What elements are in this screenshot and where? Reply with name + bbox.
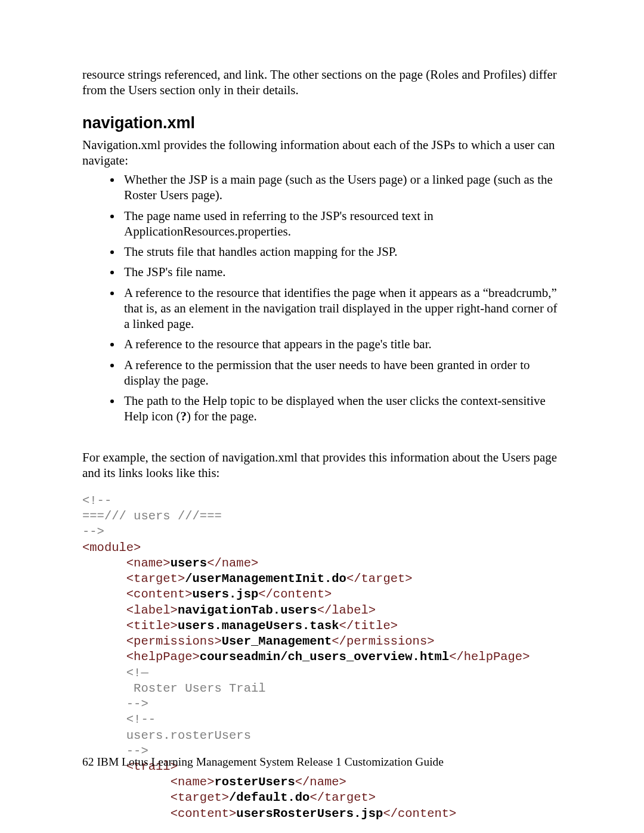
code-comment: Roster Users Trail (126, 682, 266, 695)
code-tag: <target> (171, 791, 229, 804)
code-comment: <!-- (126, 713, 156, 726)
code-value: users.manageUsers.task (178, 619, 339, 633)
code-value: User_Management (222, 634, 332, 648)
document-page: resource strings referenced, and link. T… (0, 0, 644, 833)
code-tag: </content> (258, 587, 332, 601)
code-tag: </target> (346, 572, 413, 586)
page-footer: 62 IBM Lotus Learning Management System … (82, 755, 444, 769)
code-value: usersRosterUsers.jsp (236, 807, 383, 820)
code-value: /default.do (229, 791, 309, 804)
code-indent (82, 729, 126, 742)
code-tag: <module> (82, 541, 141, 555)
list-item: The struts file that handles action mapp… (122, 244, 562, 259)
code-value: users.jsp (193, 587, 259, 601)
code-tag: </label> (317, 603, 376, 617)
list-item: Whether the JSP is a main page (such as … (122, 172, 562, 203)
code-tag: </content> (383, 807, 456, 820)
code-indent (82, 619, 126, 633)
code-indent (82, 634, 126, 648)
code-tag: </helpPage> (449, 650, 530, 664)
code-tag: <name> (171, 775, 215, 789)
code-tag: <content> (126, 587, 193, 601)
code-indent (82, 650, 126, 664)
intro-paragraph: resource strings referenced, and link. T… (82, 67, 562, 98)
code-indent (82, 682, 126, 695)
code-indent (82, 666, 126, 680)
code-comment: --> (82, 525, 104, 538)
code-comment: --> (126, 697, 148, 711)
code-indent (82, 775, 171, 789)
nav-lead-paragraph: Navigation.xml provides the following in… (82, 137, 562, 169)
code-indent (82, 791, 171, 804)
code-tag: </target> (309, 791, 376, 804)
help-icon-glyph: ? (180, 409, 187, 423)
code-comment: users.rosterUsers (126, 729, 251, 742)
code-indent (82, 807, 171, 820)
list-item: A reference to the permission that the u… (122, 357, 562, 389)
code-tag: </name> (207, 556, 258, 570)
list-item: The page name used in referring to the J… (122, 208, 562, 240)
code-value: users (171, 556, 208, 570)
code-indent (82, 713, 126, 726)
code-value: /userManagementInit.do (185, 572, 346, 586)
code-tag: </name> (295, 775, 346, 789)
code-indent (82, 603, 126, 617)
list-item: A reference to the resource that identif… (122, 285, 562, 332)
code-tag: <content> (171, 807, 237, 820)
page-number: 62 (82, 755, 94, 768)
code-value: rosterUsers (214, 775, 295, 789)
code-tag: <permissions> (126, 634, 222, 648)
code-tag: <label> (126, 603, 178, 617)
code-indent (82, 697, 126, 711)
code-tag: </title> (339, 619, 398, 633)
code-block: <!-- ===/// users ///=== --> <module> <n… (82, 493, 562, 822)
code-value: courseadmin/ch_users_overview.html (200, 650, 449, 664)
code-tag: <helpPage> (126, 650, 200, 664)
code-comment: <!— (126, 666, 148, 680)
example-lead-paragraph: For example, the section of navigation.x… (82, 450, 562, 481)
list-item-text-b: ) for the page. (187, 409, 257, 423)
code-indent (82, 587, 126, 601)
code-tag: <target> (126, 572, 185, 586)
footer-text: IBM Lotus Learning Management System Rel… (97, 755, 444, 768)
section-heading: navigation.xml (82, 114, 562, 132)
code-indent (82, 556, 126, 570)
list-item: A reference to the resource that appears… (122, 336, 562, 352)
code-tag: </permissions> (332, 634, 434, 648)
code-value: navigationTab.users (178, 603, 317, 617)
code-tag: <name> (126, 556, 171, 570)
list-item: The path to the Help topic to be display… (122, 393, 562, 425)
code-tag: <title> (126, 619, 178, 633)
code-comment: <!-- (82, 494, 112, 507)
list-item: The JSP's file name. (122, 264, 562, 280)
code-comment: ===/// users ///=== (82, 509, 222, 523)
bullet-list: Whether the JSP is a main page (such as … (82, 172, 562, 425)
code-indent (82, 572, 126, 586)
